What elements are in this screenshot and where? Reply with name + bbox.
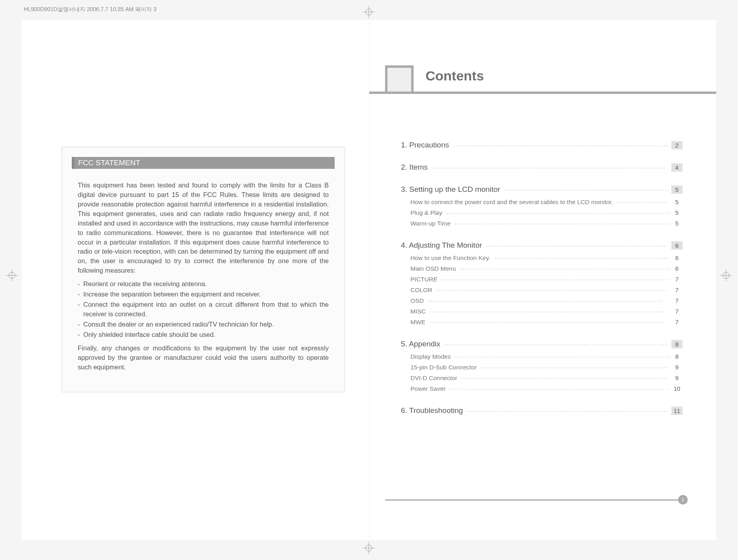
toc-leader-dots: ········································… [461, 375, 669, 381]
toc-label: COLOR [410, 287, 432, 294]
toc-leader-dots: ········································… [429, 319, 669, 325]
right-page: Contents 1. Precautions·················… [369, 20, 716, 540]
page-spread: FCC STATEMENT This equipment has been te… [22, 20, 716, 540]
toc-label: 15-pin D-Sub Connector [410, 364, 477, 371]
toc-page-number: 11 [671, 407, 682, 415]
fcc-body: This equipment has been tested and found… [62, 175, 345, 392]
toc-leader-dots: ········································… [428, 298, 669, 304]
fcc-statement-box: FCC STATEMENT This equipment has been te… [61, 147, 345, 392]
toc-page-number: 5 [671, 185, 682, 194]
toc-label: 5. Appendix [401, 340, 440, 348]
toc-leader-dots: ········································… [460, 266, 669, 272]
toc-leader-dots: ········································… [444, 341, 669, 348]
toc-page-number: 7 [671, 318, 682, 326]
fcc-title: FCC STATEMENT [72, 157, 335, 169]
toc-page-number: 7 [671, 286, 682, 294]
fcc-bullets: -Reorient or relocate the receiving ante… [83, 279, 329, 340]
toc-page-number: 6 [671, 254, 682, 262]
toc-leader-dots: ········································… [494, 255, 669, 261]
bullet-dash: - [78, 300, 83, 319]
fcc-bullet: -Reorient or relocate the receiving ante… [83, 279, 329, 289]
registration-mark-icon [363, 6, 375, 18]
toc-subitem: DVI-D Connector·························… [401, 374, 682, 383]
toc-label: How to use the Function Key. [410, 254, 490, 262]
toc-leader-dots: ········································… [430, 308, 669, 315]
toc-subitem: OSD·····································… [401, 296, 682, 306]
bullet-dash: - [78, 330, 83, 340]
toc-subitem: MISC····································… [401, 307, 682, 316]
toc-subitem: Power Saver·····························… [401, 384, 682, 394]
toc-leader-dots: ········································… [486, 243, 669, 249]
toc-section: 3. Setting up the LCD monitor···········… [401, 185, 682, 195]
fcc-intro: This equipment has been tested and found… [78, 181, 329, 275]
toc-label: OSD [410, 297, 424, 304]
toc-leader-dots: ········································… [455, 354, 669, 360]
toc-leader-dots: ········································… [467, 408, 669, 414]
toc-section: 6. Troubleshooting······················… [401, 406, 682, 416]
toc-label: PICTURE [410, 276, 437, 283]
toc-leader-dots: ········································… [446, 210, 669, 216]
toc-section: 2. Items································… [401, 163, 682, 172]
toc-leader-dots: ········································… [481, 364, 669, 371]
toc-page-number: 7 [671, 296, 682, 305]
toc-page-number: 5 [671, 208, 682, 217]
fcc-bullet: -Consult the dealer or an experienced ra… [83, 320, 329, 329]
toc-page-number: 10 [671, 384, 682, 393]
decorative-square-icon [385, 65, 414, 94]
left-page: FCC STATEMENT This equipment has been te… [22, 20, 369, 540]
fcc-outro: Finally, any changes or modifications to… [78, 344, 329, 372]
toc-subitem: 15-pin D-Sub Connector··················… [401, 363, 682, 372]
print-header: HL900D901D설명서내지 2006.7.7 10:35 AM 페이지 3 [24, 6, 157, 13]
toc-section: 4. Adjusting The Monitor················… [401, 241, 682, 250]
toc-page-number: 9 [671, 363, 682, 371]
bullet-text: Increase the separation between the equi… [83, 290, 329, 299]
toc-page-number: 2 [671, 141, 682, 149]
toc-label: Plug & Play [410, 209, 442, 216]
toc-page-number: 7 [671, 307, 682, 315]
toc-subitem: MWE·····································… [401, 318, 682, 327]
toc-label: 3. Setting up the LCD monitor [401, 185, 500, 194]
contents-title: Contents [426, 68, 484, 89]
toc-label: 1. Precautions [401, 141, 449, 149]
toc-subitem: Warm-up Time····························… [401, 219, 682, 228]
bullet-dash: - [78, 290, 83, 299]
toc-label: MISC [410, 308, 426, 315]
toc-label: 2. Items [401, 163, 428, 172]
toc-page-number: 5 [671, 198, 682, 206]
table-of-contents: 1. Precautions··························… [401, 141, 682, 419]
bullet-dash: - [78, 279, 83, 289]
footer-rule [385, 499, 682, 501]
toc-subitem: How to connect the power cord and the se… [401, 198, 682, 207]
toc-leader-dots: ········································… [617, 199, 669, 205]
bullet-text: Connect the equipment into an outlet on … [83, 300, 329, 319]
contents-header: Contents [369, 65, 716, 94]
toc-page-number: 7 [671, 275, 682, 283]
bullet-text: Consult the dealer or an experienced rad… [83, 320, 329, 329]
toc-leader-dots: ········································… [432, 164, 669, 171]
toc-page-number: 9 [671, 374, 682, 382]
toc-page-number: 6 [671, 264, 682, 273]
toc-leader-dots: ········································… [504, 187, 669, 193]
toc-page-number: 8 [671, 352, 682, 361]
toc-subitem: COLOR···································… [401, 286, 682, 295]
toc-section: 5. Appendix·····························… [401, 340, 682, 349]
toc-label: MWE [410, 319, 426, 326]
toc-page-number: 6 [671, 241, 682, 250]
toc-subitem: Display Modes···························… [401, 352, 682, 361]
toc-label: Warm-up Time [410, 220, 450, 227]
toc-page-number: 8 [671, 340, 682, 348]
toc-label: 4. Adjusting The Monitor [401, 241, 482, 250]
fcc-bullet: -Increase the separation between the equ… [83, 290, 329, 299]
toc-label: How to connect the power cord and the se… [410, 199, 613, 206]
toc-subitem: Plug & Play·····························… [401, 208, 682, 218]
bullet-dash: - [78, 320, 83, 329]
toc-leader-dots: ········································… [453, 142, 669, 149]
toc-label: DVI-D Connector [410, 375, 457, 382]
toc-leader-dots: ········································… [441, 276, 669, 283]
fcc-bullet: -Connect the equipment into an outlet on… [83, 300, 329, 319]
page-number: 1 [678, 495, 688, 505]
toc-leader-dots: ········································… [436, 287, 669, 293]
registration-mark-icon [363, 542, 375, 554]
toc-subitem: How to use the Function Key.············… [401, 254, 682, 263]
toc-leader-dots: ········································… [454, 220, 669, 227]
